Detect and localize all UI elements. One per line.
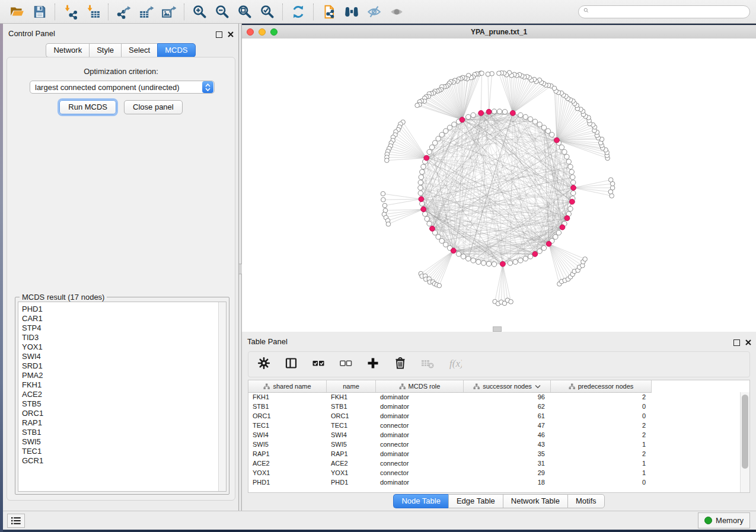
satellite-node[interactable] xyxy=(509,300,513,305)
mcds-result-item[interactable]: STP4 xyxy=(22,323,216,333)
mcds-hub-node[interactable] xyxy=(460,117,465,123)
ring-node[interactable] xyxy=(564,154,569,159)
zoom-selected-button[interactable] xyxy=(256,3,279,21)
export-image-button[interactable] xyxy=(158,3,180,21)
run-mcds-button[interactable]: Run MCDS xyxy=(59,100,116,114)
ring-node[interactable] xyxy=(502,110,507,114)
tab-mcds[interactable]: MCDS xyxy=(157,43,195,57)
mcds-hub-node[interactable] xyxy=(424,155,429,161)
tab-style[interactable]: Style xyxy=(89,43,121,57)
ring-node[interactable] xyxy=(456,252,461,257)
zoom-in-button[interactable] xyxy=(189,3,211,21)
satellite-node[interactable] xyxy=(583,257,588,262)
ring-node[interactable] xyxy=(418,191,423,196)
satellite-node[interactable] xyxy=(382,203,387,208)
ring-node[interactable] xyxy=(559,145,564,149)
column-header-shared-name[interactable]: shared name xyxy=(248,380,327,392)
mcds-result-item[interactable]: SWI4 xyxy=(22,352,216,361)
import-table-button[interactable] xyxy=(82,3,104,21)
satellite-node[interactable] xyxy=(608,178,613,182)
ring-node[interactable] xyxy=(553,235,558,239)
ring-node[interactable] xyxy=(423,211,428,216)
ring-node[interactable] xyxy=(439,132,444,137)
ring-node[interactable] xyxy=(436,235,441,239)
satellite-node[interactable] xyxy=(437,283,442,288)
table-row[interactable]: ACE2ACE2connector311 xyxy=(248,459,740,468)
satellite-node[interactable] xyxy=(497,71,502,76)
tab-network[interactable]: Network xyxy=(46,43,89,57)
satellite-node[interactable] xyxy=(480,71,484,76)
ring-node[interactable] xyxy=(427,149,432,154)
memory-button[interactable]: Memory xyxy=(698,512,750,528)
table-row[interactable]: SWI4SWI4dominator462 xyxy=(248,430,740,440)
satellite-node[interactable] xyxy=(386,222,391,226)
save-session-button[interactable] xyxy=(28,3,51,21)
ring-node[interactable] xyxy=(528,117,532,121)
ring-node[interactable] xyxy=(425,216,429,221)
ring-node[interactable] xyxy=(570,191,575,196)
satellite-node[interactable] xyxy=(385,158,390,163)
ring-node[interactable] xyxy=(465,114,470,119)
ring-node[interactable] xyxy=(418,180,423,185)
table-row[interactable]: FKH1FKH1dominator962 xyxy=(248,392,740,402)
ring-node[interactable] xyxy=(418,185,423,190)
tab-node-table[interactable]: Node Table xyxy=(393,494,448,508)
mcds-hub-node[interactable] xyxy=(546,241,551,246)
ring-node[interactable] xyxy=(508,261,512,265)
mcds-hub-node[interactable] xyxy=(451,248,456,254)
select-all-columns-button[interactable] xyxy=(311,356,326,373)
mcds-result-item[interactable]: CAR1 xyxy=(22,314,216,323)
ring-node[interactable] xyxy=(570,180,575,185)
column-header-predecessor-nodes[interactable]: predecessor nodes xyxy=(551,380,652,392)
ring-node[interactable] xyxy=(523,114,528,119)
ring-node[interactable] xyxy=(518,258,523,262)
ring-node[interactable] xyxy=(429,145,434,149)
mcds-result-item[interactable]: RAP1 xyxy=(22,418,216,428)
mcds-hub-node[interactable] xyxy=(421,207,426,212)
column-header-successor-nodes[interactable]: successor nodes xyxy=(464,380,551,392)
ring-node[interactable] xyxy=(427,221,432,226)
ring-node[interactable] xyxy=(569,169,574,174)
delete-columns-button[interactable] xyxy=(393,356,407,373)
ring-node[interactable] xyxy=(420,201,425,206)
tab-motifs[interactable]: Motifs xyxy=(567,494,605,508)
ring-node[interactable] xyxy=(492,109,496,114)
ring-node[interactable] xyxy=(471,258,476,262)
create-column-button[interactable] xyxy=(366,356,380,373)
mcds-list-scrollbar[interactable] xyxy=(218,302,226,491)
close-panel-icon[interactable] xyxy=(228,29,234,40)
mcds-hub-node[interactable] xyxy=(430,226,435,232)
mcds-result-item[interactable]: PMA2 xyxy=(22,371,216,380)
table-row[interactable]: YOX1YOX1connector291 xyxy=(248,468,740,477)
mcds-hub-node[interactable] xyxy=(479,110,484,116)
ring-node[interactable] xyxy=(420,169,425,174)
ring-node[interactable] xyxy=(497,109,502,114)
mcds-result-list[interactable]: PHD1CAR1STP4TID3YOX1SWI4SRD1PMA2FKH1ACE2… xyxy=(18,302,227,492)
mcds-hub-node[interactable] xyxy=(554,137,560,143)
ring-node[interactable] xyxy=(481,261,486,265)
ring-node[interactable] xyxy=(486,261,491,266)
import-network-button[interactable] xyxy=(59,3,82,21)
mcds-result-item[interactable]: ORC1 xyxy=(22,409,216,418)
ring-node[interactable] xyxy=(541,245,546,250)
ring-node[interactable] xyxy=(528,254,532,259)
refresh-view-button[interactable] xyxy=(287,3,310,21)
ring-node[interactable] xyxy=(452,122,457,127)
mcds-result-item[interactable]: ACE2 xyxy=(22,390,216,399)
tab-select[interactable]: Select xyxy=(121,43,157,57)
mcds-hub-node[interactable] xyxy=(532,251,538,257)
open-file-button[interactable] xyxy=(6,3,28,21)
column-header-MCDS-role[interactable]: MCDS role xyxy=(376,380,464,392)
ring-node[interactable] xyxy=(439,238,444,243)
table-row[interactable]: SWI5SWI5connector431 xyxy=(248,440,740,449)
satellite-node[interactable] xyxy=(381,197,386,202)
ring-node[interactable] xyxy=(523,256,528,261)
tab-edge-table[interactable]: Edge Table xyxy=(448,494,503,508)
hide-selected-button[interactable] xyxy=(363,3,385,21)
column-header-name[interactable]: name xyxy=(327,380,376,392)
ring-node[interactable] xyxy=(550,132,554,137)
mcds-hub-node[interactable] xyxy=(500,261,505,267)
column-chooser-button[interactable] xyxy=(284,356,298,373)
ring-node[interactable] xyxy=(570,175,575,180)
new-network-from-selection-button[interactable] xyxy=(318,3,340,21)
